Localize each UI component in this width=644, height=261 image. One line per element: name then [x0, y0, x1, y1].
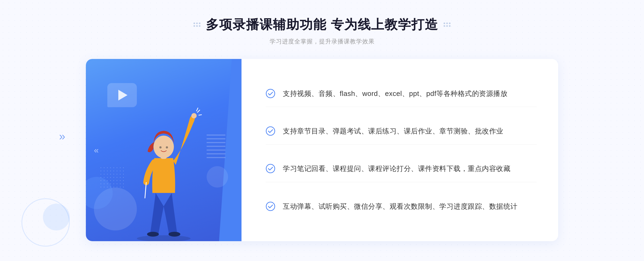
svg-point-12	[266, 89, 275, 98]
deco-circle-small	[207, 166, 228, 188]
svg-point-5	[153, 136, 174, 158]
svg-point-6	[159, 146, 162, 148]
feature-item-4: 互动弹幕、试听购买、微信分享、观看次数限制、学习进度跟踪、数据统计	[266, 193, 537, 220]
features-panel: 支持视频、音频、flash、word、excel、ppt、pdf等各种格式的资源…	[241, 59, 558, 241]
page-wrapper: 多项录播课辅助功能 专为线上教学打造 学习进度全掌握，提升录播课教学效果 «	[0, 0, 644, 261]
illustration-panel: «	[86, 59, 241, 241]
feature-text-3: 学习笔记回看、课程提问、课程评论打分、课件资料下载，重点内容收藏	[283, 163, 510, 174]
feature-item-3: 学习笔记回看、课程提问、课程评论打分、课件资料下载，重点内容收藏	[266, 156, 537, 182]
left-arrow-decoration: »	[59, 130, 63, 143]
main-title: 多项录播课辅助功能 专为线上教学打造	[206, 16, 438, 33]
feature-text-1: 支持视频、音频、flash、word、excel、ppt、pdf等各种格式的资源…	[283, 88, 507, 99]
left-decorative-grid	[193, 23, 200, 27]
feature-text-2: 支持章节目录、弹题考试、课后练习、课后作业、章节测验、批改作业	[283, 126, 503, 137]
svg-point-7	[166, 146, 168, 148]
check-icon-2	[266, 126, 275, 136]
outer-arc	[21, 198, 70, 247]
svg-point-13	[266, 127, 275, 135]
subtitle: 学习进度全掌握，提升录播课教学效果	[193, 38, 450, 46]
deco-arrows-left: «	[94, 145, 98, 155]
svg-line-10	[199, 115, 202, 115]
deco-dot-grid	[99, 166, 126, 188]
feature-item-1: 支持视频、音频、flash、word、excel、ppt、pdf等各种格式的资源…	[266, 81, 537, 107]
play-icon	[118, 90, 127, 100]
svg-point-1	[147, 232, 159, 237]
check-icon-3	[266, 164, 275, 173]
feature-text-4: 互动弹幕、试听购买、微信分享、观看次数限制、学习进度跟踪、数据统计	[283, 201, 518, 212]
svg-point-15	[266, 202, 275, 211]
svg-point-14	[266, 164, 275, 173]
deco-stripes	[207, 134, 225, 158]
check-icon-1	[266, 89, 275, 98]
header-section: 多项录播课辅助功能 专为线上教学打造 学习进度全掌握，提升录播课教学效果	[193, 16, 450, 46]
person-figure	[123, 102, 204, 241]
content-card: «	[86, 59, 558, 241]
svg-line-9	[197, 110, 200, 113]
right-decorative-grid	[444, 23, 451, 27]
svg-point-8	[191, 113, 197, 118]
check-icon-4	[266, 202, 275, 211]
svg-point-0	[137, 235, 191, 241]
svg-line-11	[196, 108, 198, 111]
feature-item-2: 支持章节目录、弹题考试、课后练习、课后作业、章节测验、批改作业	[266, 118, 537, 145]
svg-point-2	[169, 232, 180, 237]
header-title-row: 多项录播课辅助功能 专为线上教学打造	[193, 16, 450, 33]
